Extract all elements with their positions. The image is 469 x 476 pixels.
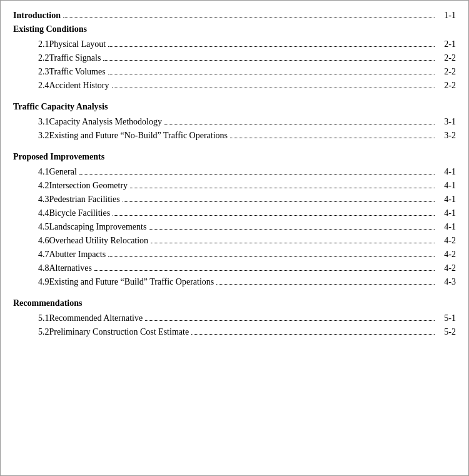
toc-item-page: 4-1 xyxy=(437,222,456,232)
toc-item-number: 4.1 xyxy=(13,167,49,177)
toc-item-page: 4-2 xyxy=(437,250,456,260)
toc-item-title: Abutter Impacts xyxy=(49,250,106,260)
toc-entry-2-1: 4.2Intersection Geometry4-1 xyxy=(13,181,456,191)
toc-entry-3-0: 5.1Recommended Alternative5-1 xyxy=(13,313,456,323)
toc-item-number: 2.4 xyxy=(13,81,49,91)
toc-item-title: Bicycle Facilities xyxy=(49,208,111,218)
toc-item-page: 2-2 xyxy=(437,81,456,91)
toc-item-dots xyxy=(103,60,435,61)
toc-item-page: 2-2 xyxy=(437,67,456,77)
toc-item-title: Recommended Alternative xyxy=(49,313,143,323)
toc-item-number: 4.4 xyxy=(13,208,49,218)
toc-item-page: 4-1 xyxy=(437,181,456,191)
toc-item-page: 4-3 xyxy=(437,277,456,287)
toc-item-number: 3.2 xyxy=(13,131,49,141)
intro-title: Introduction xyxy=(13,11,61,21)
toc-item-dots xyxy=(79,174,435,175)
toc-item-number: 2.3 xyxy=(13,67,49,77)
toc-item-page: 4-1 xyxy=(437,208,456,218)
toc-entry-0-3: 2.4Accident History2-2 xyxy=(13,81,456,91)
toc-item-title: Overhead Utility Relocation xyxy=(49,236,149,246)
toc-item-page: 2-2 xyxy=(437,53,456,63)
toc-item-page: 4-1 xyxy=(437,167,456,177)
intro-entry: Introduction 1-1 xyxy=(13,11,456,21)
toc-item-number: 5.1 xyxy=(13,313,49,323)
toc-item-title: General xyxy=(49,167,77,177)
toc-item-number: 4.9 xyxy=(13,277,49,287)
toc-item-dots xyxy=(113,215,435,216)
toc-item-title: Preliminary Construction Cost Estimate xyxy=(49,327,189,337)
toc-item-dots xyxy=(108,74,435,74)
intro-dots xyxy=(63,18,435,18)
toc-item-number: 4.2 xyxy=(13,181,49,191)
toc-entry-2-6: 4.7Abutter Impacts4-2 xyxy=(13,250,456,260)
toc-item-title: Alternatives xyxy=(49,263,92,273)
toc-item-title: Existing and Future “No-Build” Traffic O… xyxy=(49,131,228,141)
toc-item-title: Existing and Future “Build” Traffic Oper… xyxy=(49,277,214,287)
toc-item-title: Capacity Analysis Methodology xyxy=(49,117,162,127)
toc-item-page: 5-2 xyxy=(437,327,456,337)
toc-item-page: 4-2 xyxy=(437,263,456,273)
section-heading-0: Existing Conditions xyxy=(13,24,456,34)
toc-entry-0-2: 2.3Traffic Volumes2-2 xyxy=(13,67,456,77)
toc-entry-2-8: 4.9Existing and Future “Build” Traffic O… xyxy=(13,277,456,287)
toc-page: Introduction 1-1 Existing Conditions2.1P… xyxy=(0,0,469,476)
toc-item-page: 4-1 xyxy=(437,195,456,205)
toc-item-dots xyxy=(112,88,435,88)
toc-entry-2-5: 4.6Overhead Utility Relocation4-2 xyxy=(13,236,456,246)
toc-entry-2-0: 4.1General4-1 xyxy=(13,167,456,177)
toc-entry-0-1: 2.2Traffic Signals2-2 xyxy=(13,53,456,63)
toc-item-number: 4.3 xyxy=(13,195,49,205)
toc-item-title: Intersection Geometry xyxy=(49,181,128,191)
toc-item-title: Pedestrian Facilities xyxy=(49,195,120,205)
toc-item-dots xyxy=(149,229,435,230)
sections-container: Existing Conditions2.1Physical Layout2-1… xyxy=(13,24,456,337)
toc-entry-3-1: 5.2Preliminary Construction Cost Estimat… xyxy=(13,327,456,337)
toc-item-dots xyxy=(145,320,435,321)
toc-item-dots xyxy=(108,256,435,257)
toc-item-title: Landscaping Improvements xyxy=(49,222,147,232)
toc-item-title: Accident History xyxy=(49,81,109,91)
toc-entry-0-0: 2.1Physical Layout2-1 xyxy=(13,39,456,49)
toc-item-page: 3-2 xyxy=(437,131,456,141)
section-heading-3: Recommendations xyxy=(13,298,456,308)
toc-item-number: 5.2 xyxy=(13,327,49,337)
toc-item-dots xyxy=(164,124,435,124)
intro-page: 1-1 xyxy=(437,11,456,21)
toc-item-dots xyxy=(151,243,435,243)
toc-entry-2-4: 4.5Landscaping Improvements4-1 xyxy=(13,222,456,232)
toc-entry-2-7: 4.8Alternatives4-2 xyxy=(13,263,456,273)
toc-item-number: 2.1 xyxy=(13,39,49,49)
toc-item-dots xyxy=(191,334,435,335)
toc-item-number: 3.1 xyxy=(13,117,49,127)
toc-item-page: 2-1 xyxy=(437,39,456,49)
toc-entry-2-2: 4.3Pedestrian Facilities4-1 xyxy=(13,195,456,205)
toc-item-dots xyxy=(94,270,435,271)
toc-item-page: 5-1 xyxy=(437,313,456,323)
toc-entry-1-0: 3.1Capacity Analysis Methodology3-1 xyxy=(13,117,456,127)
toc-item-number: 4.8 xyxy=(13,263,49,273)
toc-item-title: Traffic Volumes xyxy=(49,67,106,77)
toc-item-dots xyxy=(216,284,435,285)
toc-item-number: 4.5 xyxy=(13,222,49,232)
toc-item-page: 4-2 xyxy=(437,236,456,246)
toc-item-title: Physical Layout xyxy=(49,39,106,49)
toc-item-number: 4.7 xyxy=(13,250,49,260)
toc-item-number: 4.6 xyxy=(13,236,49,246)
toc-item-title: Traffic Signals xyxy=(49,53,101,63)
toc-item-dots xyxy=(130,188,435,188)
toc-item-number: 2.2 xyxy=(13,53,49,63)
toc-entry-2-3: 4.4Bicycle Facilities4-1 xyxy=(13,208,456,218)
toc-item-page: 3-1 xyxy=(437,117,456,127)
toc-item-dots xyxy=(123,201,435,202)
section-heading-1: Traffic Capacity Analysis xyxy=(13,102,456,112)
toc-item-dots xyxy=(230,138,435,138)
section-heading-2: Proposed Improvements xyxy=(13,152,456,162)
toc-item-dots xyxy=(108,46,435,47)
toc-entry-1-1: 3.2Existing and Future “No-Build” Traffi… xyxy=(13,131,456,141)
